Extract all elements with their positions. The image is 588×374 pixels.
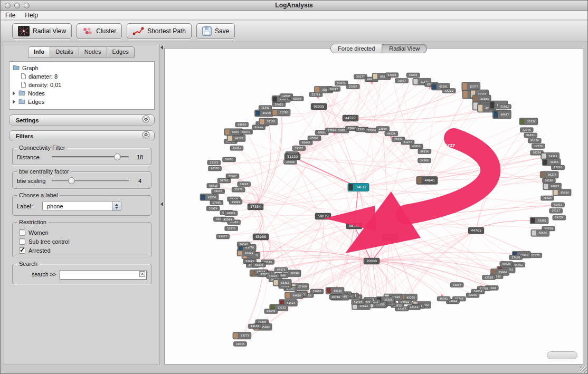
svg-text:96474: 96474 — [277, 268, 286, 271]
settings-header[interactable]: Settings — [9, 114, 155, 126]
svg-text:76017: 76017 — [329, 88, 338, 91]
combo-stepper-icon[interactable] — [112, 202, 121, 210]
svg-text:30719: 30719 — [331, 295, 340, 299]
btw-scaling-label: btw scaling — [17, 178, 48, 184]
svg-text:86451: 86451 — [526, 133, 535, 137]
tree-label: density: 0,01 — [29, 82, 61, 88]
filters-panel: Connectivity Filter Distance 18 btw cent… — [9, 141, 155, 284]
document-icon — [21, 82, 26, 89]
svg-text:14505: 14505 — [282, 94, 290, 98]
checkbox-2[interactable] — [19, 247, 25, 254]
svg-text:93479: 93479 — [267, 310, 275, 313]
disclosure-triangle-icon[interactable] — [13, 100, 15, 104]
tree-row-diameter[interactable]: diameter: 8 — [13, 72, 151, 81]
svg-text:91058: 91058 — [530, 139, 539, 142]
tree-row-graph[interactable]: Graph — [13, 64, 151, 72]
btw-scaling-slider[interactable] — [52, 177, 129, 184]
network-graph[interactable]: 2709848769593726944845561608681769450681… — [165, 49, 584, 365]
tab-nodes[interactable]: Nodes — [79, 46, 107, 57]
tree-label: Nodes — [28, 90, 45, 97]
svg-text:45898: 45898 — [293, 97, 301, 100]
svg-text:40270: 40270 — [406, 296, 415, 299]
svg-text:94132: 94132 — [235, 137, 243, 140]
svg-text:11392: 11392 — [261, 106, 270, 109]
svg-text:67989: 67989 — [387, 73, 396, 76]
collapse-left-arrow-icon[interactable] — [160, 45, 163, 50]
svg-text:51870: 51870 — [227, 227, 235, 230]
radial-view-button[interactable]: Radial View — [12, 23, 72, 39]
women-checkbox-row[interactable]: Women — [17, 228, 147, 237]
svg-text:73964: 73964 — [498, 271, 507, 274]
checkbox-label: Sub tree control — [29, 238, 70, 245]
slider-thumb[interactable] — [114, 154, 121, 160]
svg-text:33773: 33773 — [241, 334, 249, 337]
tree-label: diameter: 8 — [29, 73, 58, 80]
save-button[interactable]: Save — [196, 23, 235, 39]
svg-text:69235: 69235 — [255, 263, 263, 266]
tab-edges[interactable]: Edges — [107, 46, 135, 57]
svg-text:53402: 53402 — [538, 219, 546, 222]
folder-icon — [13, 65, 20, 72]
tree-label: Graph — [22, 65, 39, 71]
collapse-left-arrow-icon[interactable] — [160, 202, 163, 206]
svg-text:59035: 59035 — [318, 214, 328, 218]
mini-button[interactable] — [547, 351, 577, 359]
sub-tree-control-checkbox-row[interactable]: Sub tree control — [17, 237, 147, 246]
svg-text:44527: 44527 — [345, 116, 356, 120]
svg-text:54004: 54004 — [474, 290, 482, 293]
radial-view-button-label: Radial View — [33, 27, 66, 35]
search-label: search >> — [32, 271, 56, 277]
svg-text:10819: 10819 — [209, 207, 217, 210]
left-panel-tabs: Info Details Nodes Edges — [28, 46, 155, 57]
svg-text:45561: 45561 — [310, 137, 319, 140]
slider-thumb[interactable] — [68, 177, 75, 184]
svg-text:26015: 26015 — [274, 103, 283, 106]
folder-icon — [18, 90, 25, 97]
tab-info[interactable]: Info — [28, 46, 50, 57]
label-combo[interactable]: phone — [42, 201, 121, 211]
svg-text:59680: 59680 — [539, 232, 547, 235]
svg-text:18697: 18697 — [240, 183, 248, 186]
folder-icon — [18, 99, 25, 106]
distance-slider[interactable] — [52, 154, 129, 160]
group-legend: Connectivity Filter — [17, 145, 67, 151]
filters-title: Filters — [16, 133, 142, 139]
menu-item-help[interactable]: Help — [25, 12, 38, 19]
tab-radial-view[interactable]: Radial View — [382, 44, 427, 53]
resize-grip[interactable] — [580, 366, 587, 373]
svg-text:52945: 52945 — [245, 260, 254, 263]
tree-row-density[interactable]: density: 0,01 — [13, 81, 151, 89]
graph-info-tree: Graph diameter: 8 density: 0,01 Nodes Ed… — [9, 61, 155, 110]
svg-text:49951: 49951 — [412, 145, 421, 148]
tree-row-nodes[interactable]: Nodes — [13, 89, 151, 98]
menu-item-file[interactable]: File — [5, 12, 15, 19]
arrested-checkbox-row[interactable]: Arrested — [17, 246, 147, 255]
filters-header[interactable]: Filters — [9, 130, 155, 141]
svg-text:36254: 36254 — [533, 151, 541, 155]
disclosure-triangle-icon[interactable] — [13, 91, 15, 95]
clear-search-icon[interactable]: ✕ — [139, 271, 145, 277]
label-combo-value: phone — [43, 203, 112, 209]
svg-text:51220: 51220 — [287, 155, 298, 158]
checkbox-1[interactable] — [19, 238, 25, 245]
svg-text:34612: 34612 — [356, 185, 366, 189]
svg-text:42518: 42518 — [485, 276, 493, 279]
svg-text:44641: 44641 — [424, 178, 435, 182]
tab-details[interactable]: Details — [50, 46, 79, 57]
shortest-path-button[interactable]: Shortest Path — [127, 23, 192, 39]
panel-splitter[interactable] — [160, 44, 164, 365]
search-input[interactable] — [60, 271, 147, 280]
checkbox-0[interactable] — [19, 229, 25, 236]
svg-text:19133: 19133 — [251, 324, 259, 328]
menu-bar: File Help — [1, 11, 587, 20]
svg-text:68818: 68818 — [209, 184, 217, 187]
svg-text:42536: 42536 — [208, 196, 216, 199]
collapse-double-chevron-icon[interactable] — [142, 131, 150, 141]
tree-row-edges[interactable]: Edges — [13, 98, 151, 106]
expand-double-chevron-icon[interactable] — [142, 115, 150, 125]
svg-text:95762: 95762 — [514, 263, 523, 266]
svg-text:96156: 96156 — [420, 150, 429, 153]
graph-canvas[interactable]: Force directed Radial View 2709848769593… — [164, 48, 583, 365]
cluster-button[interactable]: Cluster — [77, 23, 122, 39]
tab-force-directed[interactable]: Force directed — [330, 44, 382, 53]
